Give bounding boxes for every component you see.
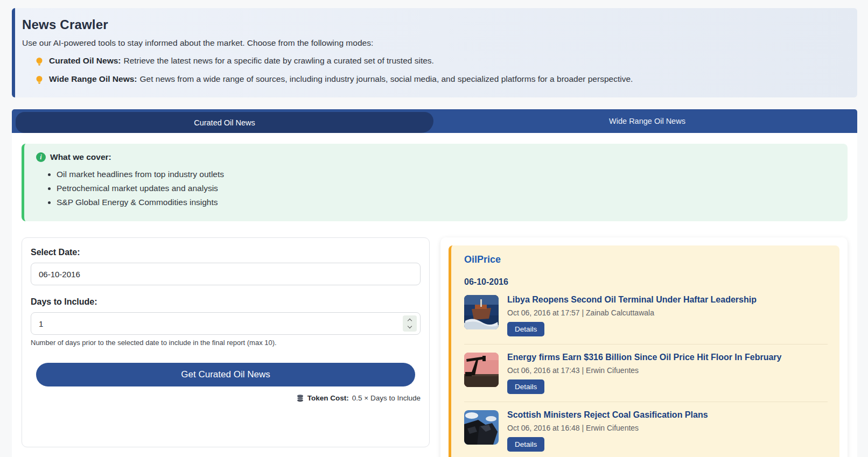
coverage-item: Oil market headlines from top industry o… (57, 170, 836, 179)
news-date: 06-10-2016 (464, 277, 828, 287)
coverage-list: Oil market headlines from top industry o… (57, 170, 836, 207)
days-to-include-input[interactable] (31, 312, 421, 335)
coverage-heading: What we cover: (50, 152, 111, 162)
date-input[interactable] (31, 263, 421, 285)
mode-label: Curated Oil News: (49, 56, 121, 66)
coverage-item: S&P Global Energy & Commodities insights (57, 198, 836, 207)
news-source-name: OilPrice (464, 254, 828, 265)
details-button[interactable]: Details (507, 437, 544, 452)
mode-text: Retrieve the latest news for a specific … (124, 56, 434, 66)
mode-item-curated: Curated Oil News: Retrieve the latest ne… (34, 56, 841, 66)
token-cost-row: Token Cost: 0.5 × Days to Include (31, 394, 421, 402)
article-body: Scottish Ministers Reject Coal Gasificat… (507, 410, 708, 452)
lightbulb-icon (34, 57, 44, 66)
tab-label: Curated Oil News (194, 118, 255, 127)
article-row: Libya Reopens Second Oil Terminal Under … (464, 287, 828, 344)
header-intro: Use our AI-powered tools to stay informe… (22, 38, 841, 48)
number-stepper[interactable] (403, 315, 417, 332)
article-title: Energy firms Earn $316 Billion Since Oil… (507, 353, 781, 362)
article-row: Energy firms Earn $316 Billion Since Oil… (464, 344, 828, 402)
article-body: Libya Reopens Second Oil Terminal Under … (507, 295, 757, 336)
lightbulb-icon (34, 75, 44, 85)
curated-news-form: Select Date: Days to Include: Number of … (22, 237, 430, 447)
select-date-label: Select Date: (31, 248, 421, 257)
token-cost-value: 0.5 × Days to Include (352, 394, 421, 402)
news-results-card: OilPrice 06-10-2016 (440, 237, 848, 457)
article-thumbnail-coal-machinery (464, 410, 499, 445)
news-results-column: OilPrice 06-10-2016 (440, 237, 848, 457)
news-crawler-header: News Crawler Use our AI-powered tools to… (12, 8, 857, 97)
mode-item-wide-range: Wide Range Oil News: Get news from a wid… (34, 74, 841, 85)
page: News Crawler Use our AI-powered tools to… (0, 0, 868, 457)
article-meta: Oct 06, 2016 at 17:57 | Zainab Calcuttaw… (507, 308, 757, 317)
info-icon: i (36, 152, 46, 162)
coverage-item: Petrochemical market updates and analysi… (57, 184, 836, 193)
coins-icon (296, 394, 304, 402)
what-we-cover-box: i What we cover: Oil market headlines fr… (22, 144, 848, 221)
get-curated-oil-news-button[interactable]: Get Curated Oil News (36, 363, 415, 386)
tab-wide-range-oil-news[interactable]: Wide Range Oil News (437, 109, 857, 133)
article-meta: Oct 06, 2016 at 17:43 | Erwin Cifuentes (507, 366, 781, 375)
article-title: Scottish Ministers Reject Coal Gasificat… (507, 410, 708, 420)
article-meta: Oct 06, 2016 at 16:48 | Erwin Cifuentes (507, 424, 708, 432)
page-title: News Crawler (22, 17, 841, 32)
tab-bar: Curated Oil News Wide Range Oil News (12, 109, 857, 133)
days-help-text: Number of days prior to the selected dat… (31, 339, 421, 347)
details-button[interactable]: Details (507, 322, 544, 336)
article-thumbnail-oil-pumpjack (464, 353, 499, 387)
tab-label: Wide Range Oil News (609, 117, 685, 125)
mode-label: Wide Range Oil News: (49, 74, 137, 84)
days-to-include-label: Days to Include: (31, 297, 421, 307)
chevron-down-icon[interactable] (408, 324, 412, 328)
token-cost-label: Token Cost: (307, 394, 349, 402)
article-thumbnail-cargo-ship (464, 295, 499, 329)
article-title: Libya Reopens Second Oil Terminal Under … (507, 295, 757, 305)
oilprice-source-box: OilPrice 06-10-2016 (449, 245, 839, 457)
mode-text: Get news from a wide range of sources, i… (140, 74, 633, 84)
article-row: Scottish Ministers Reject Coal Gasificat… (464, 402, 828, 457)
tab-content-panel: i What we cover: Oil market headlines fr… (12, 133, 857, 457)
chevron-up-icon[interactable] (408, 319, 412, 323)
article-body: Energy firms Earn $316 Billion Since Oil… (507, 353, 781, 394)
details-button[interactable]: Details (507, 379, 544, 394)
tab-curated-oil-news[interactable]: Curated Oil News (16, 112, 433, 133)
